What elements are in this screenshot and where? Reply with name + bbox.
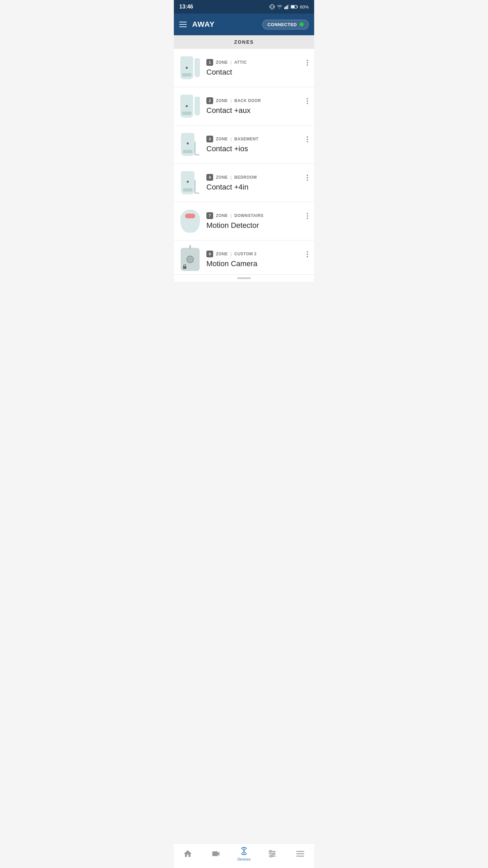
zone-more-button[interactable] [305, 249, 309, 260]
zone-device-name: Contact +ios [206, 144, 301, 153]
zone-meta: 7 ZONE | DOWNSTAIRS [206, 212, 301, 219]
sensor-body [181, 133, 195, 156]
zone-number: 3 [206, 136, 213, 142]
zone-more-button[interactable] [305, 210, 309, 222]
zone-info: 7 ZONE | DOWNSTAIRS Motion Detector [206, 212, 301, 230]
svg-rect-7 [284, 7, 285, 9]
zone-info: 4 ZONE | BEDROOM Contact +4in [206, 174, 301, 192]
zone-sensor-image [179, 93, 202, 120]
zone-item: 2 ZONE | BACK DOOR Contact +aux [174, 87, 314, 125]
zone-info: 3 ZONE | BASEMENT Contact +ios [206, 136, 301, 153]
zone-info: 1 ZONE | ATTIC Contact [206, 59, 301, 77]
zone-number: 1 [206, 59, 213, 66]
sensor-base [183, 150, 192, 153]
zone-item: 4 ZONE | BEDROOM Contact +4in [174, 164, 314, 202]
wifi-icon [277, 4, 283, 9]
sensor-base [182, 73, 191, 77]
camera-lens [186, 256, 194, 263]
zone-device-name: Contact [206, 68, 301, 77]
connected-badge[interactable]: CONNECTED [262, 20, 309, 29]
page-title: AWAY [192, 20, 215, 29]
zone-sensor-image [179, 246, 202, 273]
zone-device-name: Contact +4in [206, 183, 301, 192]
zone-more-button[interactable] [305, 95, 309, 107]
zone-location: CUSTOM 2 [234, 252, 257, 256]
zone-sensor-image [179, 54, 202, 81]
battery-percent: 60% [300, 4, 309, 9]
zones-list: 1 ZONE | ATTIC Contact [174, 49, 314, 309]
zone-location: BACK DOOR [234, 98, 261, 103]
zone-label: ZONE [216, 60, 228, 65]
zone-label: ZONE [216, 98, 228, 103]
zone-label: ZONE [216, 213, 228, 218]
camera-icon [181, 248, 200, 271]
contact-4in-sensor-icon [181, 171, 199, 194]
zone-meta: 1 ZONE | ATTIC [206, 59, 301, 66]
zone-items-container: 1 ZONE | ATTIC Contact [174, 49, 314, 282]
sensor-magnet [195, 97, 200, 116]
svg-line-4 [274, 6, 274, 6]
contact-sensor-icon [180, 95, 200, 118]
sensor-base [183, 188, 192, 192]
zone-number: 2 [206, 97, 213, 104]
zone-number: 8 [206, 251, 213, 257]
vibrate-icon [269, 4, 275, 9]
connected-label: CONNECTED [267, 22, 297, 27]
zone-location: BEDROOM [234, 175, 257, 180]
zone-item: 8 ZONE | CUSTOM 2 Motion Camera [174, 240, 314, 275]
zone-more-button[interactable] [305, 134, 309, 145]
svg-line-3 [270, 7, 270, 8]
zone-info: 8 ZONE | CUSTOM 2 Motion Camera [206, 251, 301, 268]
zone-device-name: Motion Detector [206, 221, 301, 230]
zone-location: ATTIC [234, 60, 247, 65]
sensor-magnet [195, 58, 200, 77]
sensor-base [182, 112, 191, 115]
zone-meta: 4 ZONE | BEDROOM [206, 174, 301, 181]
signal-icon [284, 4, 289, 9]
sensor-wire [195, 142, 199, 155]
svg-rect-9 [287, 5, 288, 9]
menu-button[interactable] [179, 22, 187, 27]
scroll-indicator [174, 275, 314, 282]
zone-label: ZONE [216, 175, 228, 180]
sensor-body [180, 95, 193, 118]
sensor-body [180, 56, 193, 79]
zone-number: 4 [206, 174, 213, 181]
battery-icon [291, 4, 298, 9]
svg-line-1 [270, 6, 270, 6]
svg-rect-13 [291, 6, 294, 8]
zone-location: DOWNSTAIRS [234, 213, 263, 218]
connected-indicator [300, 22, 304, 26]
zone-location: BASEMENT [234, 137, 258, 141]
lock-icon [183, 264, 187, 269]
zone-meta: 2 ZONE | BACK DOOR [206, 97, 301, 104]
sensor-body [181, 171, 195, 194]
status-bar: 13:46 60% [174, 0, 314, 14]
zone-item: 3 ZONE | BASEMENT Contact +ios [174, 125, 314, 164]
zone-number: 7 [206, 212, 213, 219]
zone-item: 1 ZONE | ATTIC Contact [174, 49, 314, 87]
header-left: AWAY [179, 20, 215, 29]
zone-meta: 8 ZONE | CUSTOM 2 [206, 251, 301, 257]
contact-ios-sensor-icon [181, 133, 199, 156]
zone-device-name: Motion Camera [206, 259, 301, 268]
status-icons: 60% [269, 4, 309, 9]
zone-sensor-image [179, 169, 202, 196]
zone-info: 2 ZONE | BACK DOOR Contact +aux [206, 97, 301, 115]
zone-device-name: Contact +aux [206, 106, 301, 115]
zones-section-header: ZONES [174, 35, 314, 49]
svg-rect-8 [285, 6, 286, 9]
zone-sensor-image [179, 208, 202, 235]
app-header: AWAY CONNECTED [174, 14, 314, 35]
zone-label: ZONE [216, 137, 228, 141]
status-time: 13:46 [179, 4, 193, 10]
svg-rect-10 [288, 4, 289, 9]
zone-more-button[interactable] [305, 172, 309, 183]
svg-rect-12 [297, 6, 298, 7]
zone-sensor-image [179, 131, 202, 158]
zone-more-button[interactable] [305, 57, 309, 68]
svg-rect-14 [183, 266, 186, 269]
zone-label: ZONE [216, 252, 228, 256]
contact-sensor-icon [180, 56, 200, 79]
zone-item: 7 ZONE | DOWNSTAIRS Motion Detector [174, 202, 314, 240]
